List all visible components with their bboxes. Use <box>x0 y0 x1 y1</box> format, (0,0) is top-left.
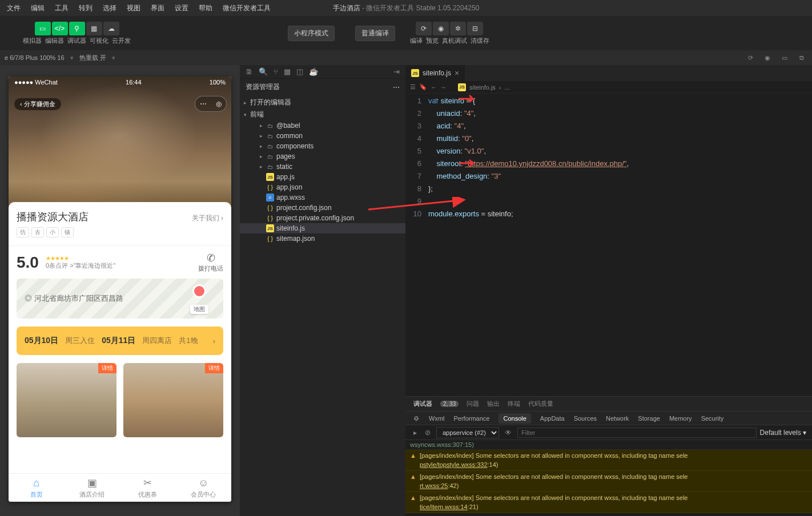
toggle-sidebar-icon[interactable]: ☰ <box>410 83 416 91</box>
explorer-more-icon[interactable]: ⋯ <box>393 83 400 91</box>
dt-tab-quality[interactable]: 代码质量 <box>528 400 553 408</box>
remote-debug-button[interactable]: ✲ <box>450 22 466 35</box>
console-clear-icon[interactable]: ⊘ <box>423 428 433 438</box>
simulator-toggle[interactable]: ▭ <box>35 22 51 35</box>
editor-label: 编辑器 <box>45 37 64 45</box>
tree-item-app-wxss[interactable]: ≡app.wxss <box>240 192 405 203</box>
rating-info[interactable]: ★★★★★ 0条点评 >"靠近海边很近" <box>46 255 198 270</box>
bookmark-icon[interactable]: 🔖 <box>419 83 427 91</box>
clear-cache-button[interactable]: ⊟ <box>467 22 483 35</box>
dt-sub-wxml[interactable]: Wxml <box>429 415 445 422</box>
dt-tab-debugger[interactable]: 调试器 <box>413 400 432 408</box>
tree-item-static[interactable]: ▸🗀static <box>240 162 405 172</box>
nav-forward-icon[interactable]: → <box>440 84 447 91</box>
git-icon[interactable]: ⑂ <box>274 67 278 76</box>
tree-item-project-config-json[interactable]: { }project.config.json <box>240 203 405 213</box>
tree-item-components[interactable]: ▸🗀components <box>240 141 405 151</box>
dt-tab-output[interactable]: 输出 <box>487 400 500 408</box>
device-selector[interactable]: e 6/7/8 Plus 100% 16 <box>5 54 65 61</box>
share-button[interactable]: ‹ 分享赚佣金 <box>14 98 61 110</box>
dt-sub-storage[interactable]: Storage <box>638 415 660 422</box>
tree-item-app-js[interactable]: JSapp.js <box>240 172 405 182</box>
record-icon[interactable]: ◉ <box>762 52 773 63</box>
call-button[interactable]: ✆ 拨打电话 <box>198 252 223 273</box>
dt-tab-terminal[interactable]: 终端 <box>508 400 520 408</box>
visual-toggle[interactable]: ▦ <box>86 22 102 35</box>
dt-sub-appdata[interactable]: AppData <box>540 415 565 422</box>
menu-view[interactable]: 视图 <box>122 1 145 15</box>
hot-reload[interactable]: 热重载 开 <box>79 54 106 62</box>
mode-dropdown[interactable]: 小程序模式▼ <box>288 26 335 41</box>
dt-sub-network[interactable]: Network <box>606 415 629 422</box>
filter-input[interactable] <box>517 428 757 438</box>
menu-tools[interactable]: 工具 <box>50 1 73 15</box>
tree-opened-editors[interactable]: ▸打开的编辑器 <box>240 96 405 108</box>
dt-sub-performance[interactable]: Performance <box>454 415 490 422</box>
about-link[interactable]: 关于我们 › <box>192 213 223 223</box>
menu-file[interactable]: 文件 <box>2 1 25 15</box>
screenshot-icon[interactable]: ▭ <box>779 52 790 63</box>
extension-icon[interactable]: ▦ <box>284 67 291 76</box>
map-pin-icon <box>192 284 206 298</box>
menu-bar: 文件 编辑 工具 转到 选择 视图 界面 设置 帮助 微信开发者工具 手边酒店 … <box>0 0 812 16</box>
tree-root[interactable]: ▾前端 <box>240 108 405 120</box>
build-icon[interactable]: ☕ <box>309 67 318 76</box>
inspect-icon[interactable]: ⯐ <box>413 415 420 422</box>
room-card[interactable]: 详情 <box>17 363 116 437</box>
component-icon[interactable]: ◫ <box>296 67 303 76</box>
console-log[interactable]: wsyncws.wxss:307:15) ▲[pages/index/index… <box>405 440 812 516</box>
tab-home[interactable]: ⌂首页 <box>9 474 65 502</box>
tab-coupon[interactable]: ✂优惠券 <box>120 474 176 502</box>
capsule-menu[interactable]: ⋯◎ <box>195 96 227 112</box>
menu-settings[interactable]: 设置 <box>170 1 193 15</box>
refresh-icon[interactable]: ⟳ <box>745 52 756 63</box>
console-toggle-icon[interactable]: ▸ <box>411 428 419 438</box>
menu-edit[interactable]: 编辑 <box>26 1 49 15</box>
detach-icon[interactable]: ⧉ <box>796 52 807 63</box>
room-card[interactable]: 详情 <box>123 363 223 437</box>
menu-goto[interactable]: 转到 <box>74 1 97 15</box>
close-tab-icon[interactable]: × <box>455 68 459 78</box>
compile-dropdown[interactable]: 普通编译▼ <box>355 26 395 41</box>
address-card[interactable]: ◎ 河北省廊坊市广阳区西昌路 地图 <box>17 279 223 319</box>
context-select[interactable]: appservice (#2) <box>436 427 499 438</box>
search-icon[interactable]: 🔍 <box>259 67 268 76</box>
nav-back-icon[interactable]: ← <box>431 84 437 91</box>
debugger-toggle[interactable]: ⚲ <box>69 22 85 35</box>
visual-label: 可视化 <box>90 37 108 45</box>
compile-button[interactable]: ⟳ <box>416 22 432 35</box>
collapse-icon[interactable]: ⇥ <box>393 67 400 76</box>
breadcrumb-file[interactable]: siteinfo.js <box>469 84 496 91</box>
date-selector[interactable]: 05月10日周三入住 05月11日周四离店 共1晚 › <box>17 326 223 355</box>
dt-sub-console[interactable]: Console <box>499 413 530 424</box>
tab-hotel-info[interactable]: ▣酒店介绍 <box>65 474 120 502</box>
files-icon[interactable]: 🗎 <box>246 67 253 76</box>
tree-item-common[interactable]: ▸🗀common <box>240 131 405 141</box>
fold-icon[interactable]: ⌄ <box>434 95 439 101</box>
tree-item-@babel[interactable]: ▸🗀@babel <box>240 120 405 131</box>
dt-sub-sources[interactable]: Sources <box>574 415 597 422</box>
dt-sub-security[interactable]: Security <box>701 415 724 422</box>
phone-icon: ✆ <box>198 252 223 264</box>
menu-help[interactable]: 帮助 <box>194 1 217 15</box>
menu-interface[interactable]: 界面 <box>146 1 169 15</box>
menu-select[interactable]: 选择 <box>98 1 121 15</box>
editor-toggle[interactable]: </> <box>52 22 68 35</box>
cloud-toggle[interactable]: ☁ <box>103 22 119 35</box>
console-warning: ▲[pages/index/index] Some selectors are … <box>405 471 812 492</box>
tree-item-app-json[interactable]: { }app.json <box>240 182 405 192</box>
breadcrumb-more[interactable]: ... <box>505 84 510 91</box>
code-editor[interactable]: 12345678910 ⌄ var siteinfo = { uniacid: … <box>405 94 812 396</box>
eye-icon[interactable]: 👁 <box>503 428 514 438</box>
tree-item-siteinfo-js[interactable]: JSsiteinfo.js <box>240 223 405 233</box>
tree-item-project-private-config-json[interactable]: { }project.private.config.json <box>240 213 405 223</box>
tree-item-pages[interactable]: ▸🗀pages <box>240 151 405 162</box>
dt-sub-memory[interactable]: Memory <box>669 415 692 422</box>
tab-member[interactable]: ☺会员中心 <box>176 474 232 502</box>
tree-item-sitemap-json[interactable]: { }sitemap.json <box>240 233 405 244</box>
editor-tab-siteinfo[interactable]: JS siteinfo.js × <box>405 65 465 81</box>
preview-button[interactable]: ◉ <box>433 22 449 35</box>
dt-tab-problems[interactable]: 问题 <box>467 400 479 408</box>
menu-wechat-devtools[interactable]: 微信开发者工具 <box>218 1 275 15</box>
levels-dropdown[interactable]: Default levels ▾ <box>760 429 806 437</box>
